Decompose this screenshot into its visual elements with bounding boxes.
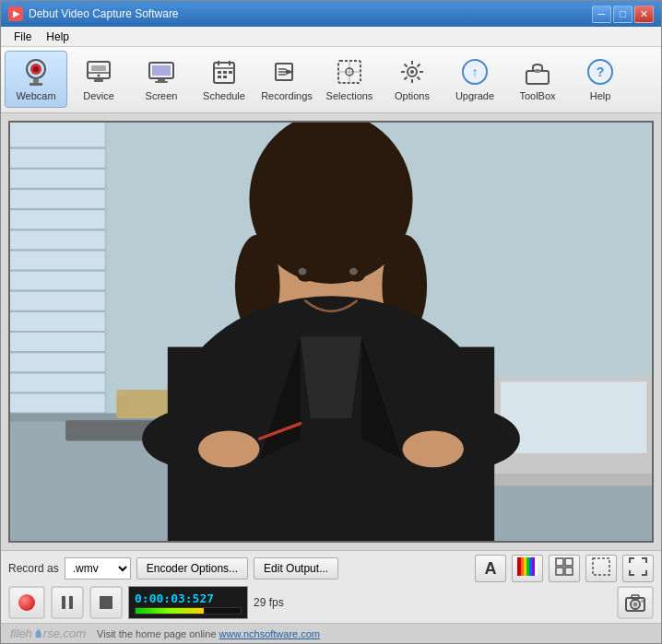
svg-rect-22 [229, 71, 232, 74]
format-select[interactable]: .wmv .avi .mp4 .flv .mkv [65, 557, 131, 580]
footer-url-link[interactable]: www.nchsoftware.com [219, 628, 320, 639]
screen-icon [145, 55, 178, 88]
toolbar-webcam[interactable]: Webcam [5, 51, 67, 108]
svg-rect-109 [529, 557, 532, 576]
toolbar-selections[interactable]: Selections [318, 51, 381, 108]
encoder-options-button[interactable]: Encoder Options... [136, 557, 248, 580]
close-button[interactable]: ✕ [634, 6, 654, 23]
footer-text: Visit the home page online www.nchsoftwa… [97, 628, 320, 639]
webcam-icon [19, 55, 53, 88]
svg-rect-9 [94, 79, 103, 82]
svg-rect-7 [91, 65, 106, 71]
options-label: Options [395, 90, 430, 102]
toolbar-help[interactable]: ? Help [569, 51, 632, 108]
maximize-button[interactable]: □ [613, 6, 632, 23]
time-counter: 0:00:03:527 [135, 591, 242, 605]
svg-text:↑: ↑ [472, 64, 479, 79]
svg-rect-108 [526, 557, 529, 576]
video-preview [10, 123, 652, 541]
color-bars-button[interactable] [512, 555, 543, 582]
stop-button[interactable] [89, 586, 123, 619]
svg-rect-111 [535, 557, 538, 576]
svg-point-103 [299, 268, 307, 275]
toolbar-screen[interactable]: Screen [130, 51, 193, 108]
toolbar-schedule[interactable]: Schedule [193, 51, 255, 108]
toolbar-device[interactable]: Device [67, 51, 130, 108]
grid-button[interactable] [549, 555, 580, 582]
toolbar: Webcam Device [1, 47, 661, 113]
toolbox-icon [521, 55, 554, 88]
edit-output-button[interactable]: Edit Output... [254, 557, 338, 580]
svg-text:?: ? [597, 64, 605, 79]
svg-marker-95 [301, 337, 361, 419]
svg-line-38 [418, 64, 420, 67]
toolbar-toolbox[interactable]: ToolBox [506, 51, 569, 108]
menu-file[interactable]: File [6, 29, 39, 45]
record-as-label: Record as [8, 562, 59, 575]
svg-point-2 [33, 66, 39, 72]
device-label: Device [83, 90, 114, 102]
fullscreen-icon [629, 557, 647, 580]
svg-rect-84 [484, 474, 652, 486]
svg-rect-112 [556, 558, 563, 566]
svg-rect-117 [62, 596, 65, 609]
toolbar-upgrade[interactable]: ↑ Upgrade [443, 51, 506, 108]
svg-rect-113 [565, 558, 573, 566]
svg-rect-21 [223, 76, 227, 78]
selections-label: Selections [326, 90, 373, 102]
bottom-controls: Record as .wmv .avi .mp4 .flv .mkv Encod… [1, 550, 661, 623]
pause-button[interactable] [51, 586, 84, 619]
options-icon [396, 55, 429, 88]
svg-point-8 [98, 75, 100, 77]
screen-label: Screen [146, 90, 178, 102]
svg-rect-116 [593, 558, 609, 575]
record-button[interactable] [8, 586, 45, 619]
window-title: Debut Video Capture Software [29, 7, 592, 20]
controls-row2: 0:00:03:527 29 fps [8, 586, 654, 619]
svg-rect-13 [155, 81, 168, 83]
menu-help[interactable]: Help [39, 29, 77, 45]
selection-icon [592, 557, 610, 580]
svg-rect-106 [521, 557, 524, 576]
toolbox-label: ToolBox [519, 90, 555, 102]
svg-point-41 [410, 70, 414, 74]
stop-icon [100, 596, 112, 609]
time-display: 0:00:03:527 [128, 586, 248, 619]
selections-icon [333, 55, 366, 88]
svg-line-37 [418, 77, 420, 80]
fps-label: 29 fps [254, 596, 284, 609]
svg-point-104 [349, 268, 358, 275]
pause-icon [61, 595, 74, 610]
footer: fileh♞rse.com Visit the home page online… [1, 623, 661, 643]
recordings-label: Recordings [261, 90, 313, 102]
svg-point-98 [198, 430, 259, 467]
svg-rect-46 [535, 69, 540, 73]
svg-rect-110 [532, 557, 535, 576]
svg-rect-118 [69, 596, 73, 609]
toolbar-options[interactable]: Options [381, 51, 443, 108]
svg-rect-114 [556, 568, 563, 575]
grid-icon [555, 557, 573, 580]
video-area [1, 113, 661, 550]
text-icon: A [485, 559, 497, 579]
window-controls: ─ □ ✕ [592, 6, 654, 23]
text-overlay-button[interactable]: A [475, 555, 506, 582]
snapshot-button[interactable] [617, 586, 654, 619]
svg-line-39 [405, 77, 408, 80]
footer-visit-text: Visit the home page online [97, 628, 216, 639]
help-label: Help [590, 90, 611, 102]
upgrade-label: Upgrade [455, 90, 494, 102]
minimize-button[interactable]: ─ [592, 6, 611, 23]
camera-icon [625, 593, 645, 612]
record-indicator [18, 594, 35, 611]
toolbar-recordings[interactable]: Recordings [255, 51, 318, 108]
selection-button[interactable] [585, 555, 617, 582]
svg-line-36 [405, 64, 408, 67]
app-icon: ▶ [8, 6, 23, 21]
webcam-label: Webcam [16, 90, 55, 102]
recordings-icon [270, 55, 303, 88]
svg-rect-19 [223, 71, 227, 74]
fullscreen-button[interactable] [622, 555, 654, 582]
svg-rect-45 [526, 71, 549, 84]
svg-rect-4 [30, 83, 42, 86]
